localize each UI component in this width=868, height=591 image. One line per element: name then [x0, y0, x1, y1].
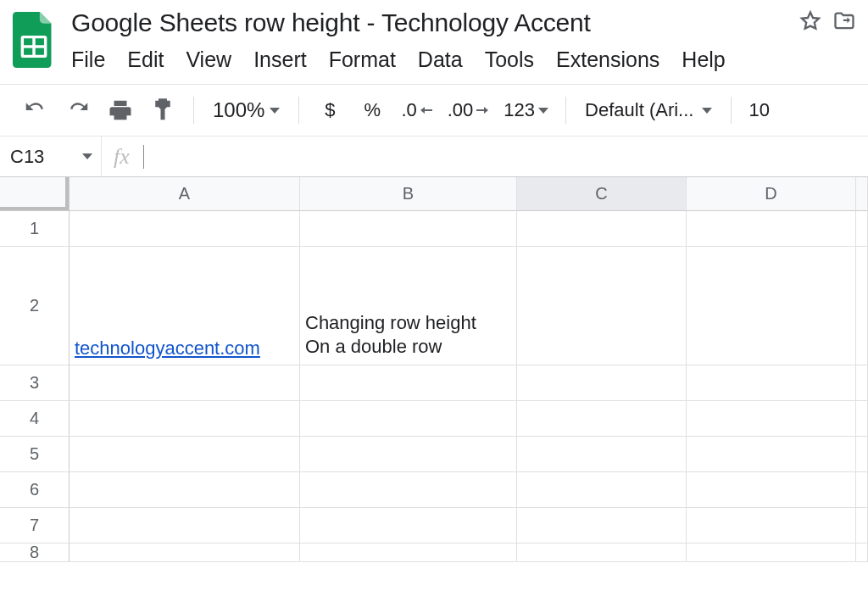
- row-header-8[interactable]: 8: [0, 544, 70, 562]
- cell-D3[interactable]: [687, 365, 856, 401]
- cell-E1[interactable]: [856, 211, 868, 247]
- menu-help[interactable]: Help: [682, 47, 725, 72]
- cell-A8[interactable]: [70, 544, 300, 562]
- cell-B8[interactable]: [300, 544, 517, 562]
- select-all-corner[interactable]: [0, 177, 70, 211]
- cell-A4[interactable]: [70, 401, 300, 437]
- col-header-D[interactable]: D: [687, 177, 856, 211]
- row-header-1[interactable]: 1: [0, 211, 70, 247]
- cell-C5[interactable]: [517, 437, 687, 472]
- col-header-B[interactable]: B: [300, 177, 517, 211]
- currency-button[interactable]: $: [313, 93, 347, 127]
- cell-D4[interactable]: [687, 401, 856, 437]
- font-size-input[interactable]: 10: [745, 99, 772, 121]
- cell-A6[interactable]: [70, 472, 300, 508]
- separator: [298, 97, 299, 124]
- table-row: [70, 365, 868, 401]
- menu-view[interactable]: View: [186, 47, 231, 72]
- cell-C3[interactable]: [517, 365, 687, 401]
- cell-A7[interactable]: [70, 508, 300, 544]
- decrease-decimal-button[interactable]: .0: [398, 99, 435, 121]
- menu-edit[interactable]: Edit: [127, 47, 164, 72]
- redo-button[interactable]: [61, 93, 95, 127]
- cell-C8[interactable]: [517, 544, 687, 562]
- paint-format-button[interactable]: [146, 93, 180, 127]
- sheets-logo-icon[interactable]: [12, 8, 56, 68]
- menu-file[interactable]: File: [71, 47, 105, 72]
- row-header-3[interactable]: 3: [0, 365, 70, 401]
- col-header-partial[interactable]: [856, 177, 868, 211]
- menu-format[interactable]: Format: [329, 47, 396, 72]
- number-format-dropdown[interactable]: 123: [500, 99, 552, 121]
- cell-A5[interactable]: [70, 437, 300, 472]
- cell-D5[interactable]: [687, 437, 856, 472]
- table-row: [70, 401, 868, 437]
- document-title[interactable]: Google Sheets row height - Technology Ac…: [71, 8, 591, 37]
- cell-D1[interactable]: [687, 211, 856, 247]
- menu-extensions[interactable]: Extensions: [556, 47, 659, 72]
- cell-E5[interactable]: [856, 437, 868, 472]
- cell-D8[interactable]: [687, 544, 856, 562]
- cell-A2[interactable]: technologyaccent.com: [70, 247, 300, 365]
- col-header-A[interactable]: A: [70, 177, 300, 211]
- zoom-value: 100%: [213, 98, 264, 122]
- percent-button[interactable]: %: [355, 93, 389, 127]
- cell-B1[interactable]: [300, 211, 517, 247]
- cell-B3[interactable]: [300, 365, 517, 401]
- cell-B2[interactable]: Changing row height On a double row: [300, 247, 517, 365]
- font-name-label: Default (Ari...: [585, 99, 693, 121]
- cell-B5[interactable]: [300, 437, 517, 472]
- cell-D2[interactable]: [687, 247, 856, 365]
- menu-data[interactable]: Data: [418, 47, 463, 72]
- cell-E2[interactable]: [856, 247, 868, 365]
- table-row: [70, 544, 868, 562]
- row-header-2[interactable]: 2: [0, 247, 70, 365]
- chevron-down-icon: [82, 153, 92, 159]
- cells-area: technologyaccent.com Changing row height…: [70, 211, 868, 562]
- row-header-5[interactable]: 5: [0, 437, 70, 472]
- cell-C1[interactable]: [517, 211, 687, 247]
- cell-C7[interactable]: [517, 508, 687, 544]
- cell-E7[interactable]: [856, 508, 868, 544]
- column-headers: A B C D: [70, 177, 868, 211]
- cell-A2-link[interactable]: technologyaccent.com: [75, 337, 260, 360]
- cell-A3[interactable]: [70, 365, 300, 401]
- cell-C2[interactable]: [517, 247, 687, 365]
- cell-B4[interactable]: [300, 401, 517, 437]
- header: Google Sheets row height - Technology Ac…: [0, 0, 868, 72]
- cell-C6[interactable]: [517, 472, 687, 508]
- row-header-6[interactable]: 6: [0, 472, 70, 508]
- table-row: [70, 211, 868, 247]
- menu-insert[interactable]: Insert: [253, 47, 307, 72]
- toolbar: 100% $ % .0 .00 123 Default (Ari... 10: [0, 84, 868, 136]
- cell-E6[interactable]: [856, 472, 868, 508]
- move-icon[interactable]: [832, 9, 856, 36]
- star-icon[interactable]: [798, 9, 822, 36]
- cell-B7[interactable]: [300, 508, 517, 544]
- font-dropdown[interactable]: Default (Ari...: [580, 99, 717, 121]
- cell-reference: C13: [10, 146, 44, 168]
- cell-C4[interactable]: [517, 401, 687, 437]
- cell-A1[interactable]: [70, 211, 300, 247]
- print-button[interactable]: [103, 93, 137, 127]
- table-row: [70, 437, 868, 472]
- cell-E4[interactable]: [856, 401, 868, 437]
- undo-button[interactable]: [19, 93, 53, 127]
- title-actions: [798, 9, 856, 36]
- menu-tools[interactable]: Tools: [485, 47, 534, 72]
- chevron-down-icon: [702, 108, 712, 114]
- name-box[interactable]: C13: [0, 137, 102, 176]
- increase-decimal-button[interactable]: .00: [444, 99, 492, 121]
- cell-E8[interactable]: [856, 544, 868, 562]
- cell-D6[interactable]: [687, 472, 856, 508]
- formula-bar[interactable]: [144, 137, 868, 176]
- zoom-dropdown[interactable]: 100%: [208, 98, 285, 122]
- cell-E3[interactable]: [856, 365, 868, 401]
- cell-B6[interactable]: [300, 472, 517, 508]
- cell-D7[interactable]: [687, 508, 856, 544]
- col-header-C[interactable]: C: [517, 177, 687, 211]
- row-header-4[interactable]: 4: [0, 401, 70, 437]
- row-header-7[interactable]: 7: [0, 508, 70, 544]
- table-row: technologyaccent.com Changing row height…: [70, 247, 868, 365]
- separator: [565, 97, 566, 124]
